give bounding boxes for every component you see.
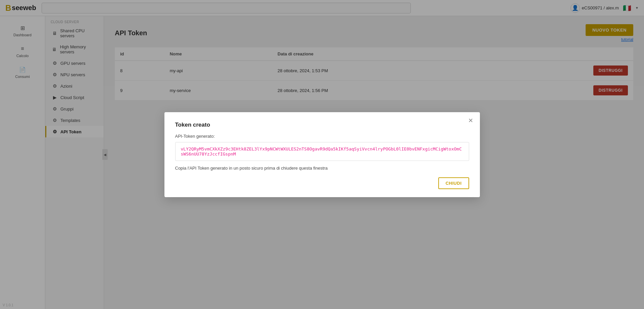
modal-footer: CHIUDI [175, 177, 469, 189]
chiudi-button[interactable]: CHIUDI [438, 177, 469, 189]
modal-overlay: ✕ Token creato API-Token generato: vLY2Q… [0, 0, 644, 309]
token-value: vLY2QRyM5vmCXkXZz9c3EHtk8ZEL3lYx9pNCWtWX… [175, 142, 469, 161]
modal: ✕ Token creato API-Token generato: vLY2Q… [164, 112, 480, 197]
modal-warning: Copia l'API Token generato in un posto s… [175, 166, 469, 171]
modal-close-button[interactable]: ✕ [468, 118, 473, 124]
modal-title: Token creato [175, 122, 469, 128]
modal-api-label: API-Token generato: [175, 134, 469, 139]
